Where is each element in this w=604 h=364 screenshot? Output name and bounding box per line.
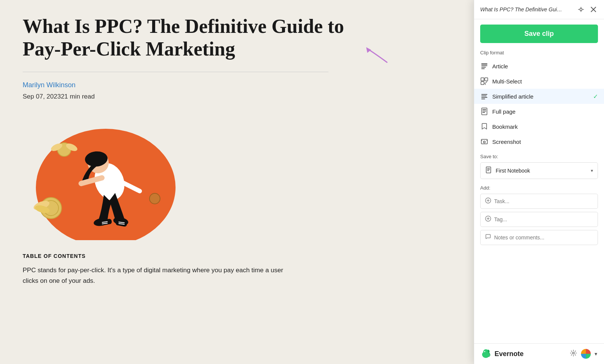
close-icon	[590, 6, 596, 12]
format-screenshot[interactable]: Screenshot	[474, 134, 604, 149]
save-clip-button[interactable]: Save clip	[480, 25, 598, 43]
article-area: What Is PPC? The Definitive Guide to Pay…	[0, 0, 393, 364]
article-body: PPC stands for pay-per-click. It's a typ…	[23, 265, 287, 287]
tag-input-container[interactable]	[480, 212, 598, 227]
svg-rect-30	[485, 78, 488, 81]
task-input-container[interactable]	[480, 194, 598, 209]
toc-title: TABLE OF CONTENTS	[23, 253, 362, 259]
svg-point-45	[484, 141, 485, 143]
format-full-page[interactable]: Full page	[474, 104, 604, 119]
screenshot-format-icon	[480, 137, 488, 146]
format-bookmark-label: Bookmark	[492, 123, 518, 130]
multi-select-format-icon	[480, 77, 488, 85]
svg-rect-41	[482, 112, 485, 113]
svg-rect-31	[481, 82, 484, 85]
format-bookmark[interactable]: Bookmark	[474, 119, 604, 134]
svg-rect-36	[481, 97, 487, 98]
notebook-dropdown[interactable]: First Notebook ▾	[480, 162, 598, 179]
format-multi-select-label: Multi-Select	[492, 78, 522, 85]
evernote-panel: What Is PPC? The Definitive Gui… Save cl…	[474, 0, 604, 364]
account-avatar[interactable]	[581, 349, 591, 359]
panel-footer: Evernote ▾	[474, 343, 604, 364]
simplified-article-format-icon	[480, 92, 488, 100]
svg-point-61	[573, 352, 575, 354]
add-section: Add:	[474, 182, 604, 251]
panel-header-icons	[576, 5, 598, 14]
task-icon	[485, 197, 491, 205]
panel-adjust-button[interactable]	[576, 5, 586, 14]
panel-close-button[interactable]	[589, 6, 598, 13]
format-article[interactable]: Article	[474, 59, 604, 74]
save-to-label: Save to:	[480, 154, 598, 159]
save-to-section: Save to: First Notebook ▾	[474, 149, 604, 182]
article-meta: Sep 07, 202321 min read	[23, 93, 362, 100]
footer-icons: ▾	[569, 349, 598, 359]
svg-rect-25	[481, 63, 487, 65]
svg-rect-27	[481, 67, 486, 68]
svg-rect-46	[486, 167, 491, 173]
add-label: Add:	[480, 185, 598, 191]
svg-rect-37	[481, 99, 485, 99]
svg-line-32	[485, 82, 487, 83]
panel-header: What Is PPC? The Definitive Gui…	[474, 0, 604, 19]
tag-input[interactable]	[494, 216, 593, 222]
gear-icon	[570, 349, 577, 357]
clip-format-label: Clip format	[474, 48, 604, 59]
svg-point-60	[488, 350, 489, 352]
format-full-page-label: Full page	[492, 108, 516, 115]
svg-rect-39	[482, 109, 486, 110]
notebook-name: First Notebook	[496, 168, 587, 174]
task-input[interactable]	[494, 198, 593, 204]
notebook-icon	[485, 167, 492, 175]
notes-input[interactable]	[494, 234, 593, 241]
article-format-icon	[480, 62, 488, 70]
svg-rect-26	[481, 65, 487, 66]
simplified-article-check-icon: ✓	[593, 93, 598, 100]
panel-title: What Is PPC? The Definitive Gui…	[480, 6, 576, 12]
bookmark-format-icon	[480, 122, 488, 131]
svg-rect-35	[481, 96, 487, 96]
full-page-format-icon	[480, 107, 488, 116]
notes-input-container[interactable]	[480, 230, 598, 245]
article-author[interactable]: Marilyn Wilkinson	[23, 81, 362, 89]
notes-icon	[485, 234, 491, 241]
clip-format-list: Article Multi-Select	[474, 59, 604, 149]
svg-point-21	[149, 193, 160, 204]
svg-point-59	[484, 351, 485, 352]
format-simplified-article-label: Simplified article	[492, 93, 533, 100]
svg-rect-28	[481, 68, 485, 69]
format-simplified-article[interactable]: Simplified article ✓	[474, 89, 604, 104]
svg-rect-34	[481, 94, 487, 95]
svg-rect-40	[482, 111, 486, 111]
chevron-down-icon: ▾	[591, 168, 593, 174]
format-screenshot-label: Screenshot	[492, 139, 521, 145]
more-options-button[interactable]: ▾	[594, 349, 598, 358]
format-multi-select[interactable]: Multi-Select	[474, 74, 604, 89]
tag-icon	[485, 216, 491, 223]
article-illustration	[23, 112, 362, 242]
article-divider	[23, 72, 328, 72]
svg-rect-29	[481, 78, 484, 81]
article-title: What Is PPC? The Definitive Guide to Pay…	[23, 15, 362, 60]
evernote-brand-label: Evernote	[495, 350, 524, 358]
chevron-down-icon: ▾	[595, 351, 597, 357]
format-article-label: Article	[492, 63, 508, 69]
evernote-logo: Evernote	[480, 348, 524, 359]
evernote-elephant-icon	[480, 348, 492, 359]
adjust-icon	[578, 6, 584, 13]
settings-button[interactable]	[569, 349, 578, 359]
